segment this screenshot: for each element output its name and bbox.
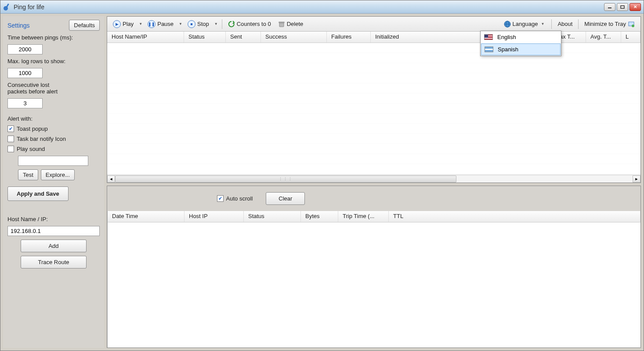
- window-title: Ping for life: [14, 4, 604, 11]
- language-option-spanish[interactable]: Spanish: [481, 43, 561, 55]
- col-sent[interactable]: Sent: [226, 32, 261, 43]
- taskbar-notify-checkbox[interactable]: [7, 136, 14, 142]
- log-grid: Date Time Host IP Status Bytes Trip Time…: [107, 211, 640, 347]
- log-grid-header: Date Time Host IP Status Bytes Trip Time…: [108, 211, 640, 222]
- close-button[interactable]: ✕: [630, 3, 641, 11]
- consecutive-lost-input[interactable]: [7, 98, 43, 108]
- pause-dropdown[interactable]: ▼: [177, 22, 184, 26]
- stop-icon: ■: [188, 20, 195, 28]
- play-dropdown[interactable]: ▼: [137, 22, 144, 26]
- test-sound-button[interactable]: Test: [18, 169, 38, 180]
- separator: [578, 19, 579, 29]
- host-name-ip-label: Host Name / IP:: [7, 216, 100, 222]
- hosts-scrollbar: ◄ ⋮⋮⋮ ►: [107, 175, 640, 183]
- col-bytes[interactable]: Bytes: [301, 211, 338, 222]
- auto-scroll-checkbox[interactable]: ✔: [217, 195, 224, 202]
- minimize-button[interactable]: [604, 3, 615, 11]
- max-log-rows-label: Max. log rows to show:: [7, 58, 100, 64]
- explore-sound-button[interactable]: Explore...: [41, 169, 75, 180]
- col-ttl[interactable]: TTL: [389, 211, 640, 222]
- pause-button[interactable]: ❚❚Pause: [145, 18, 177, 30]
- col-hostname[interactable]: Host Name/IP: [107, 32, 184, 43]
- scroll-thumb[interactable]: ⋮⋮⋮: [115, 176, 456, 183]
- auto-scroll-label: Auto scroll: [226, 195, 253, 202]
- scroll-left-button[interactable]: ◄: [107, 176, 115, 183]
- col-success[interactable]: Success: [261, 32, 327, 43]
- about-button[interactable]: About: [554, 19, 575, 29]
- separator: [222, 19, 222, 29]
- col-status[interactable]: Status: [184, 32, 226, 43]
- trace-route-button[interactable]: Trace Route: [21, 256, 87, 269]
- col-triptime[interactable]: Trip Time (...: [338, 211, 389, 222]
- language-dropdown-menu: English Spanish: [480, 31, 561, 56]
- svg-rect-1: [6, 4, 9, 7]
- svg-rect-4: [279, 23, 284, 27]
- separator: [551, 19, 552, 29]
- col-datetime[interactable]: Date Time: [108, 211, 185, 222]
- col-log-status[interactable]: Status: [244, 211, 301, 222]
- host-name-ip-input[interactable]: [7, 226, 100, 236]
- col-l[interactable]: L: [621, 32, 640, 43]
- sound-file-input[interactable]: [18, 156, 88, 166]
- counters-to-zero-button[interactable]: Counters to 0: [225, 19, 274, 29]
- play-sound-label: Play sound: [17, 146, 45, 152]
- tray-icon: [628, 21, 635, 28]
- time-between-pings-label: Time between pings (ms):: [7, 34, 100, 41]
- clear-log-button[interactable]: Clear: [266, 192, 305, 205]
- consecutive-lost-label-1: Consecutive lost: [7, 82, 100, 88]
- col-hostip[interactable]: Host IP: [185, 211, 244, 222]
- refresh-icon: [228, 21, 235, 28]
- scroll-right-button[interactable]: ►: [633, 176, 640, 183]
- hosts-grid-body[interactable]: [107, 43, 640, 175]
- apply-and-save-button[interactable]: Apply and Save: [7, 186, 69, 201]
- defaults-button[interactable]: Defaults: [69, 20, 100, 31]
- app-window: Ping for life ✕ Settings Defaults Time b…: [0, 0, 644, 351]
- svg-point-10: [632, 25, 634, 27]
- settings-sidebar: Settings Defaults Time between pings (ms…: [3, 16, 104, 348]
- minimize-to-tray-button[interactable]: Minimize to Tray: [581, 19, 638, 29]
- alert-with-label: Alert with:: [7, 115, 100, 122]
- toast-popup-checkbox[interactable]: ✔: [7, 125, 14, 132]
- language-button[interactable]: Language▼: [501, 19, 549, 29]
- scroll-track[interactable]: ⋮⋮⋮: [115, 176, 633, 183]
- titlebar: Ping for life ✕: [0, 0, 644, 14]
- svg-rect-5: [279, 22, 284, 23]
- trash-icon: [278, 21, 285, 28]
- play-icon: ▶: [113, 20, 121, 28]
- app-icon: [3, 3, 11, 11]
- stop-button[interactable]: ■Stop: [185, 18, 212, 30]
- ar-flag-icon: [485, 47, 493, 52]
- max-log-rows-input[interactable]: [7, 68, 43, 78]
- play-button[interactable]: ▶Play: [110, 18, 137, 30]
- pause-icon: ❚❚: [148, 20, 156, 28]
- play-sound-checkbox[interactable]: [7, 146, 14, 152]
- main-toolbar: ▶Play ▼ ❚❚Pause ▼ ■Stop ▼ Counters to 0 …: [107, 17, 640, 32]
- consecutive-lost-label-2: packets before alert: [7, 88, 100, 95]
- log-controls-panel: ✔ Auto scroll Clear: [107, 186, 415, 211]
- settings-heading: Settings: [7, 22, 30, 29]
- language-option-english[interactable]: English: [481, 31, 561, 43]
- us-flag-icon: [484, 34, 493, 40]
- add-host-button[interactable]: Add: [21, 240, 87, 252]
- col-failures[interactable]: Failures: [327, 32, 371, 43]
- toast-popup-label: Toast popup: [17, 125, 48, 132]
- taskbar-notify-label: Task bar notify Icon: [17, 136, 66, 142]
- log-grid-body[interactable]: [108, 222, 640, 347]
- delete-button[interactable]: Delete: [275, 19, 307, 29]
- chevron-down-icon: ▼: [539, 22, 546, 26]
- col-avg-t[interactable]: Avg. T...: [586, 32, 621, 43]
- stop-dropdown[interactable]: ▼: [213, 22, 219, 26]
- time-between-pings-input[interactable]: [7, 44, 43, 54]
- maximize-button[interactable]: [617, 3, 628, 11]
- globe-icon: [504, 21, 511, 28]
- svg-rect-3: [621, 6, 624, 8]
